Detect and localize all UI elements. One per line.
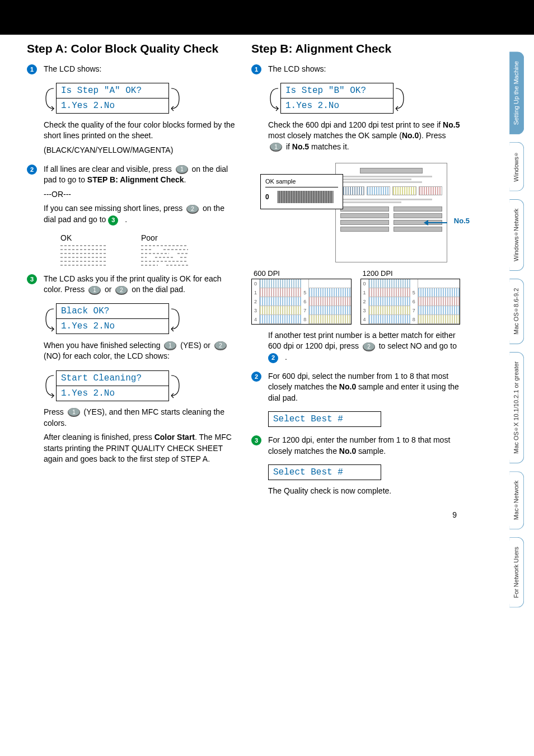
side-tab-5[interactable]: Mac® Network xyxy=(509,471,524,527)
side-tab-0[interactable]: Setting Up the Machine xyxy=(509,51,524,134)
step-b3-final: The Quality check is now complete. xyxy=(268,486,460,497)
lcd-b1-line1: Is Step "B" OK? xyxy=(281,83,393,98)
step-b2-bullet: 2 xyxy=(251,372,261,382)
svg-text:2: 2 xyxy=(191,206,194,212)
dial-key-1e-icon: 1 xyxy=(269,142,283,152)
lcd-a3b-line1: Start Cleaning? xyxy=(57,371,168,386)
quality-sheet-diagram: OK sample 0 No.5 xyxy=(268,163,447,262)
lcd-a3b: Start Cleaning? 1.Yes 2.No xyxy=(44,370,236,401)
loop-right-icon-3 xyxy=(169,370,181,401)
step-b3-line: For 1200 dpi, enter the number from 1 to… xyxy=(268,435,460,457)
step-a1-body2: (BLACK/CYAN/YELLOW/MAGENTA) xyxy=(44,145,236,156)
svg-marker-45 xyxy=(424,220,428,226)
dial-key-2d-icon: 2 xyxy=(362,342,376,352)
step-a2-line2: If you can see missing short lines, pres… xyxy=(44,203,236,225)
lcd-a1: Is Step "A" OK? 1.Yes 2.No xyxy=(44,83,236,114)
no5-arrow-icon xyxy=(424,219,447,227)
step-a1-body: Check the quality of the four color bloc… xyxy=(44,120,236,142)
loop-right-icon-4 xyxy=(394,83,406,114)
step-b1-bullet: 1 xyxy=(251,64,261,74)
lcd-b2: Select Best # xyxy=(268,411,381,427)
step-b1-body2: If another test print number is a better… xyxy=(268,330,460,363)
svg-text:1: 1 xyxy=(93,287,96,293)
lcd-a1-line1: Is Step "A" OK? xyxy=(57,83,168,98)
lcd-a3: Black OK? 1.Yes 2.No xyxy=(44,303,236,335)
ok-sample-label: OK sample xyxy=(265,178,338,187)
svg-text:1: 1 xyxy=(169,342,172,349)
step-a2-line1: If all lines are clear and visible, pres… xyxy=(44,164,236,186)
svg-rect-42 xyxy=(277,191,333,203)
side-tabs: Setting Up the MachineWindows®Windows® N… xyxy=(509,51,534,527)
dpi600-grid: 0 15 26 37 48 xyxy=(251,279,352,325)
step-a2-or: ---OR--- xyxy=(44,189,236,200)
lcd-b2-line1: Select Best # xyxy=(269,412,381,426)
step-a2-bullet: 2 xyxy=(27,165,37,175)
svg-text:2: 2 xyxy=(219,342,222,349)
lcd-b1: Is Step "B" OK? 1.Yes 2.No xyxy=(268,83,460,114)
dpi-samples: 600 DPI 0 15 26 37 48 1200 DPI 0 15 26 xyxy=(251,269,460,325)
dpi600-label: 600 DPI xyxy=(254,269,352,278)
step-a3-line1: The LCD asks you if the print quality is… xyxy=(44,274,236,295)
ok-label: OK xyxy=(60,233,107,242)
step-b1-intro: The LCD shows: xyxy=(268,64,460,75)
ok-sample-bars-icon xyxy=(273,190,338,204)
lcd-b3-line1: Select Best # xyxy=(269,465,381,480)
step-a3-line4: After cleaning is finished, press Color … xyxy=(44,432,236,465)
dpi1200-label: 1200 DPI xyxy=(363,269,461,278)
step-a1-intro: The LCD shows: xyxy=(44,64,236,75)
step-a3-line3: Press 1 (YES), and then MFC starts clean… xyxy=(44,407,236,429)
dial-key-2b-icon: 2 xyxy=(115,285,128,295)
dial-key-1d-icon: 1 xyxy=(67,407,81,417)
side-tab-2[interactable]: Windows® Network xyxy=(509,199,524,271)
loop-right-icon-2 xyxy=(169,303,181,335)
ok-poor-samples: OK Poor xyxy=(60,233,236,269)
step-b-column: Step B: Alignment Check 1 The LCD shows:… xyxy=(251,41,460,505)
svg-text:1: 1 xyxy=(72,409,76,415)
step-a3-bullet: 3 xyxy=(27,274,37,284)
svg-text:1: 1 xyxy=(274,144,278,150)
no5-label: No.5 xyxy=(454,217,470,225)
page-number: 9 xyxy=(452,510,457,519)
loop-left-icon-3 xyxy=(44,370,56,401)
loop-left-icon xyxy=(44,83,56,114)
lcd-a3b-line2: 1.Yes 2.No xyxy=(57,386,168,401)
lcd-a3-line2: 1.Yes 2.No xyxy=(57,318,168,334)
dpi1200-grid: 0 15 26 37 48 xyxy=(360,279,461,325)
step-a-title: Step A: Color Block Quality Check xyxy=(27,41,236,56)
loop-left-icon-2 xyxy=(44,303,56,335)
dial-key-1b-icon: 1 xyxy=(88,285,101,295)
lcd-b1-line2: 1.Yes 2.No xyxy=(281,98,393,113)
dial-key-2-icon: 2 xyxy=(186,204,199,214)
svg-text:2: 2 xyxy=(120,287,123,293)
ok-sample-zero: 0 xyxy=(265,193,269,201)
step-a1-bullet: 1 xyxy=(27,64,37,74)
ref-step3-icon: 3 xyxy=(108,215,118,226)
print-quality-sheet-icon xyxy=(335,163,447,262)
page-content: Step A: Color Block Quality Check 1 The … xyxy=(0,41,487,527)
side-tab-4[interactable]: Mac OS® X 10.1/10.2.1 or greater xyxy=(509,352,524,463)
side-tab-1[interactable]: Windows® xyxy=(509,142,524,191)
lcd-a1-line2: 1.Yes 2.No xyxy=(57,98,168,113)
dial-key-2c-icon: 2 xyxy=(214,341,227,351)
lcd-a3-line1: Black OK? xyxy=(57,304,168,318)
step-a3-line2: When you have finished selecting 1 (YES)… xyxy=(44,340,236,362)
loop-right-icon xyxy=(169,83,181,114)
svg-text:2: 2 xyxy=(367,344,371,350)
dial-key-1-icon: 1 xyxy=(175,165,189,175)
poor-label: Poor xyxy=(141,233,188,242)
pattern-poor-icon xyxy=(141,242,188,269)
loop-left-icon-4 xyxy=(268,83,280,114)
pattern-ok-icon xyxy=(60,242,107,269)
step-a-column: Step A: Color Block Quality Check 1 The … xyxy=(27,41,236,505)
svg-text:1: 1 xyxy=(180,166,184,172)
side-tab-3[interactable]: Mac OS® 8.6-9.2 xyxy=(509,279,524,344)
dial-key-1c-icon: 1 xyxy=(163,341,177,351)
step-b-title: Step B: Alignment Check xyxy=(251,41,460,56)
lcd-b3: Select Best # xyxy=(268,464,381,480)
step-b3-bullet: 3 xyxy=(251,435,261,445)
step-b1-body: Check the 600 dpi and 1200 dpi test prin… xyxy=(268,120,460,153)
step-b2-line: For 600 dpi, select the number from 1 to… xyxy=(268,371,460,404)
ref-stepb2-icon: 2 xyxy=(268,353,278,363)
top-black-bar xyxy=(0,0,534,35)
